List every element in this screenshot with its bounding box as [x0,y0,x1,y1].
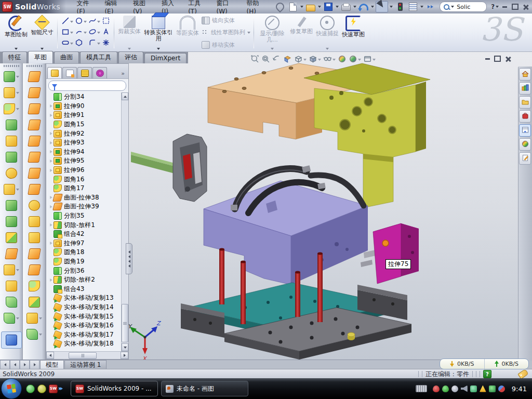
model-part-ejector-bar[interactable] [131,152,175,174]
doc-nav-first-button[interactable] [0,360,10,369]
tree-item[interactable]: 拉伸95 [48,156,121,166]
expand-arrow-icon[interactable] [48,159,54,163]
surfaces-delete-face-button[interactable] [24,197,44,214]
features-hole-wizard-button[interactable] [2,165,21,181]
tree-item[interactable]: 实体-移动/复制18 [48,339,121,349]
menu-item-0[interactable]: 文件(F) [71,0,99,14]
features-reference-geometry-button[interactable] [2,262,21,278]
expand-arrow-icon[interactable] [48,169,54,172]
tree-item[interactable]: 曲面-拉伸39 [48,202,121,211]
tree-item[interactable]: 实体-移动/复制15 [48,312,121,321]
expand-arrow-icon[interactable] [48,242,54,245]
media-icon[interactable] [37,384,46,393]
tree-item[interactable]: 切除-放样2 [48,275,121,285]
expand-arrow-icon[interactable] [48,150,54,153]
surfaces-curve-button[interactable] [24,326,44,342]
restore-button[interactable] [510,3,520,11]
features-split-button[interactable] [2,214,21,230]
options-button[interactable] [407,2,419,12]
scroll-right-button[interactable] [121,352,128,359]
surfaces-knit-surface-button[interactable] [24,262,44,278]
tab-评估[interactable]: 评估 [118,51,143,63]
previous-view-button[interactable] [272,55,281,65]
file-explorer-button[interactable] [519,96,531,109]
menu-item-4[interactable]: 工具(T) [183,0,211,14]
edit-appearance-button[interactable] [338,55,347,65]
tree-item[interactable]: 分割35 [48,211,121,221]
tree-item[interactable]: 实体-移动/复制17 [48,330,121,339]
tree-horizontal-scrollbar[interactable] [46,351,128,359]
tab-dimxpertmanager[interactable] [92,67,107,78]
sketch-fillet-tool-button[interactable] [88,38,101,49]
tree-item[interactable]: 圆角19 [48,257,121,267]
tab-特征[interactable]: 特征 [2,51,27,63]
tree-item[interactable]: 拉伸91 [48,111,121,120]
tree-item[interactable]: 分割34 [48,92,121,102]
expand-arrow-icon[interactable] [48,141,54,144]
surfaces-untrim-surface-button[interactable] [24,214,44,230]
sync-icon[interactable] [470,385,477,392]
surfaces-revolved-surface-button[interactable] [24,85,44,101]
tree-item[interactable]: 拉伸92 [48,129,121,138]
task-button-solidworks[interactable]: SWSolidWorks 2009 - ... [71,381,158,396]
tree-item[interactable]: 实体-移动/复制13 [48,294,121,303]
tree-item[interactable]: 拉伸90 [48,102,121,111]
expand-arrow-icon[interactable] [48,114,54,117]
surfaces-boundary-surface-button[interactable] [24,133,44,149]
surfaces-planar-surface-button[interactable] [24,165,44,181]
doc-nav-next-button[interactable] [20,360,30,369]
rectangle-tool-button[interactable] [61,27,74,38]
features-curve-button[interactable] [2,310,21,326]
features-revolved-boss-button[interactable] [2,133,21,149]
messenger-icon[interactable] [26,384,35,393]
surfaces-extruded-surface-button[interactable] [24,69,44,85]
menu-item-2[interactable]: 视图(V) [128,0,156,14]
tree-item[interactable]: 实体-移动/复制14 [48,303,121,312]
tree-filter[interactable] [48,81,126,91]
quick-tips-button[interactable]: ? [483,370,491,378]
search-button[interactable] [519,110,531,123]
tab-configurationmanager[interactable] [77,67,92,78]
hscrollbar-thumb[interactable] [69,352,97,359]
help-menu[interactable]: ? [491,3,495,10]
features-swept-boss-button[interactable] [2,117,21,133]
tree-item[interactable]: 拉伸93 [48,138,121,148]
convert-button[interactable]: 转换实体引用 [142,15,175,51]
scrollbar-thumb[interactable] [122,304,128,342]
tree-item[interactable]: 切除-放样1 [48,220,121,230]
undo-button[interactable] [358,2,369,12]
tree-item[interactable]: 实体-移动/复制16 [48,321,121,330]
tree-item[interactable]: 圆角15 [48,120,121,129]
tree-item[interactable]: 曲面-拉伸38 [48,193,121,203]
view-orientation-button[interactable] [294,55,307,65]
scroll-left-button[interactable] [46,352,54,359]
polygon-tool-button[interactable] [74,38,87,49]
features-mirror-bodies-button[interactable] [2,197,21,214]
scroll-up-button[interactable] [122,92,128,100]
defender-icon[interactable] [489,385,496,392]
close-button[interactable] [521,3,530,11]
model-part-insert-block[interactable] [373,223,419,284]
circle-tool-button[interactable] [74,16,87,27]
zoom-to-fit-button[interactable] [250,55,259,65]
spline-tool-button[interactable] [88,16,101,27]
keyboard-layout-icon[interactable] [416,385,427,392]
expand-arrow-icon[interactable] [48,132,54,135]
point-tool-button[interactable] [101,38,111,49]
doc-minimize-icon[interactable] [485,58,490,60]
expand-arrow-icon[interactable] [48,278,54,282]
help-caret-icon[interactable] [496,6,499,8]
task-button-paint[interactable]: 未命名 - 画图 [161,381,248,396]
select-button[interactable] [376,1,388,12]
menu-item-1[interactable]: 编辑(E) [99,0,128,14]
tree-item[interactable]: 圆角18 [48,248,121,257]
ellipse-tool-button[interactable] [88,27,101,38]
tree-item[interactable]: 分割36 [48,266,121,275]
surfaces-swept-surface-button[interactable] [24,101,44,117]
surfaces-reference-geometry-button[interactable] [24,310,44,326]
features-linear-pattern-button[interactable] [2,181,21,197]
open-button[interactable] [305,2,316,12]
apply-scene-button[interactable] [349,55,361,65]
features-axis-button[interactable] [2,294,21,310]
solidworks-icon[interactable]: SW [49,384,58,393]
